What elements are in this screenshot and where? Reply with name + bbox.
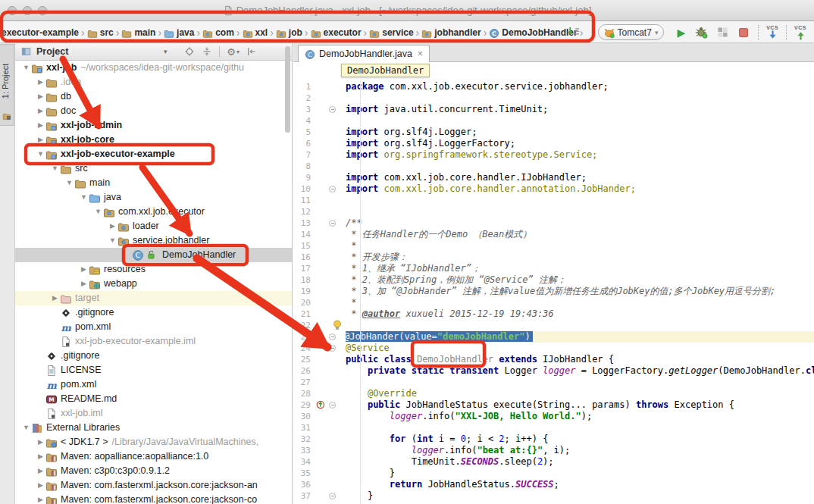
breadcrumb-item[interactable]: main xyxy=(121,27,155,38)
tree-row[interactable]: ▶xxl-job-core xyxy=(15,133,292,147)
code-editor[interactable]: 1package com.xxl.job.executor.service.jo… xyxy=(293,81,814,504)
line-number[interactable]: 30 xyxy=(293,411,311,422)
line-number[interactable]: 21 xyxy=(293,308,311,320)
tree-collapse-icon[interactable]: ▼ xyxy=(93,205,103,219)
run-configuration-select[interactable]: Tomcat7 ▾ xyxy=(598,24,665,40)
code-line[interactable]: 24@Service xyxy=(293,343,814,354)
collapse-all-icon[interactable] xyxy=(202,46,212,57)
vcs-update-button[interactable]: VCS xyxy=(766,25,778,40)
tree-row[interactable]: ▼service.jobhandler xyxy=(15,233,292,248)
line-number[interactable]: 31 xyxy=(293,422,311,434)
intention-bulb-icon[interactable] xyxy=(333,320,342,333)
tree-expand-icon[interactable]: ▶ xyxy=(79,277,89,291)
line-number[interactable]: 2 xyxy=(293,92,311,104)
code-line[interactable]: 13/** xyxy=(293,218,814,229)
project-panel-title[interactable]: Project xyxy=(36,46,68,57)
code-line[interactable]: 33 logger.info("beat at:{}", i); xyxy=(293,445,814,456)
code-line[interactable]: 22 xyxy=(293,320,814,331)
breadcrumb-item[interactable]: com xyxy=(202,27,234,38)
line-number[interactable]: 37 xyxy=(293,490,311,502)
code-line[interactable]: 11 xyxy=(293,195,814,206)
tree-row[interactable]: xxl-job.iml xyxy=(15,406,292,421)
breadcrumb-item[interactable]: job xyxy=(276,27,302,38)
tree-row[interactable]: ▶Maven: com.fasterxml.jackson.core:jacks… xyxy=(15,493,292,504)
tree-row[interactable]: ▶Maven: c3p0:c3p0:0.9.1.2 xyxy=(15,464,292,478)
breadcrumb-item[interactable]: executor xyxy=(311,27,362,38)
line-number[interactable]: 7 xyxy=(293,149,311,161)
line-number[interactable]: 12 xyxy=(293,206,311,218)
code-line[interactable]: 27 xyxy=(293,377,814,388)
tree-row[interactable]: ▶db xyxy=(15,89,292,104)
line-number[interactable]: 23 xyxy=(293,331,311,343)
code-line[interactable]: 15 * xyxy=(293,240,814,252)
tree-collapse-icon[interactable]: ▼ xyxy=(64,176,74,190)
code-line[interactable]: 4 xyxy=(293,115,814,127)
tree-expand-icon[interactable]: ▶ xyxy=(36,449,45,464)
tree-row[interactable]: ▼com.xxl.job.executor xyxy=(15,205,292,219)
line-number[interactable]: 9 xyxy=(293,172,311,183)
line-number[interactable]: 28 xyxy=(293,388,311,399)
fold-marker-icon[interactable] xyxy=(329,345,336,352)
tree-collapse-icon[interactable]: ▼ xyxy=(50,161,60,176)
tree-row[interactable]: MREADME.md xyxy=(15,392,292,406)
tree-expand-icon[interactable]: ▶ xyxy=(36,435,45,449)
tree-expand-icon[interactable]: ▶ xyxy=(36,75,45,89)
chevron-down-icon[interactable]: ▾ xyxy=(164,48,167,55)
tree-collapse-icon[interactable]: ▼ xyxy=(21,61,31,75)
tree-expand-icon[interactable]: ▶ xyxy=(50,291,60,305)
tree-row[interactable]: ▶loader xyxy=(15,219,292,233)
code-line[interactable]: 36 return JobHandleStatus.SUCCESS; xyxy=(293,479,814,490)
tree-row[interactable]: ▶.idea xyxy=(15,75,292,89)
debug-button[interactable] xyxy=(695,26,708,39)
code-line[interactable]: 20 * xyxy=(293,297,814,308)
line-number[interactable]: 15 xyxy=(293,240,311,252)
close-tab-icon[interactable]: × xyxy=(418,49,423,59)
line-number[interactable]: 36 xyxy=(293,479,311,490)
tree-collapse-icon[interactable]: ▼ xyxy=(36,147,45,161)
tree-row[interactable]: ▼xxl-job-executor-example xyxy=(15,147,292,161)
vcs-commit-button[interactable]: VCS xyxy=(794,25,806,40)
code-line[interactable]: 28 @Override xyxy=(293,388,814,399)
tree-row[interactable]: .gitignore xyxy=(15,349,292,363)
line-number[interactable]: 5 xyxy=(293,127,311,138)
tree-row[interactable]: ▼main xyxy=(15,176,292,190)
code-line[interactable]: 35 } xyxy=(293,468,814,479)
code-line[interactable]: 5import org.slf4j.Logger; xyxy=(293,127,814,138)
code-line[interactable]: 2 xyxy=(293,92,814,104)
line-number[interactable]: 24 xyxy=(293,343,311,354)
code-line[interactable]: 1package com.xxl.job.executor.service.jo… xyxy=(293,81,814,92)
code-line[interactable]: 37 } xyxy=(293,490,814,502)
fold-marker-icon[interactable] xyxy=(329,402,336,409)
tree-row[interactable]: ▼src xyxy=(15,161,292,176)
tree-row[interactable]: ▶< JDK1.7 >/Library/Java/JavaVirtualMach… xyxy=(15,435,292,449)
line-number[interactable]: 10 xyxy=(293,183,311,195)
line-number[interactable]: 20 xyxy=(293,297,311,308)
line-number[interactable]: 34 xyxy=(293,456,311,468)
tree-row[interactable]: ▼java xyxy=(15,190,292,205)
fold-marker-icon[interactable] xyxy=(329,333,336,340)
breadcrumb-item[interactable]: service xyxy=(369,27,413,38)
code-line[interactable]: 31 xyxy=(293,422,814,434)
project-tool-window-tab[interactable]: 1: Project xyxy=(0,44,14,126)
breadcrumb-item[interactable]: src xyxy=(87,27,114,38)
tree-row[interactable]: mpom.xml xyxy=(15,320,292,334)
tree-expand-icon[interactable]: ▶ xyxy=(36,493,45,504)
breadcrumb-item[interactable]: java xyxy=(164,27,194,38)
tree-collapse-icon[interactable]: ▼ xyxy=(79,190,89,205)
tree-row[interactable]: ▶doc xyxy=(15,104,292,118)
code-line[interactable]: 6import org.slf4j.LoggerFactory; xyxy=(293,138,814,149)
tree-row[interactable]: ▶target xyxy=(15,291,292,305)
line-number[interactable]: 18 xyxy=(293,274,311,286)
coverage-button[interactable] xyxy=(717,27,728,38)
code-line[interactable]: 3import java.util.concurrent.TimeUnit; xyxy=(293,104,814,115)
code-line[interactable]: 14 * 任务Handler的一个Demo （Bean模式） xyxy=(293,229,814,240)
tree-expand-icon[interactable]: ▶ xyxy=(36,133,45,147)
line-number[interactable]: 33 xyxy=(293,445,311,456)
line-number[interactable]: 22 xyxy=(293,320,311,331)
code-line[interactable]: 12 xyxy=(293,206,814,218)
line-number[interactable]: 29 xyxy=(293,399,311,411)
fold-marker-icon[interactable] xyxy=(329,220,336,227)
line-number[interactable]: 4 xyxy=(293,115,311,127)
tree-scrollbar-thumb[interactable] xyxy=(285,46,290,133)
code-line[interactable]: 7import org.springframework.stereotype.S… xyxy=(293,149,814,161)
